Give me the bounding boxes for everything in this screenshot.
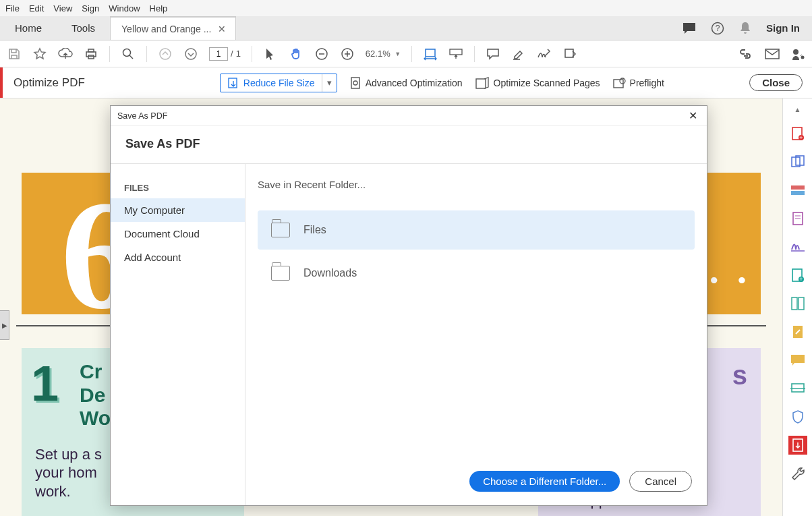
scanned-label: Optimize Scanned Pages — [494, 78, 600, 88]
preflight-button[interactable]: Preflight — [612, 77, 664, 89]
comment-tool-icon[interactable] — [486, 47, 500, 61]
hand-icon[interactable] — [289, 47, 303, 61]
panel-scroll-up-icon[interactable]: ▲ — [792, 104, 803, 115]
highlight-icon[interactable] — [511, 47, 526, 61]
reduce-icon — [227, 77, 239, 89]
svg-rect-2 — [86, 52, 96, 57]
folder-downloads[interactable]: Downloads — [258, 254, 695, 293]
scanned-icon — [475, 76, 490, 90]
next-page-icon[interactable] — [183, 47, 198, 61]
comment-panel-icon[interactable] — [788, 351, 807, 370]
menu-bar: File Edit View Sign Window Help — [0, 0, 812, 16]
more-tools-icon[interactable] — [788, 464, 807, 483]
tab-document[interactable]: Yellow and Orange ... ✕ — [110, 16, 236, 40]
left-panel-handle[interactable]: ▶ — [0, 310, 9, 340]
scan-icon[interactable] — [788, 379, 807, 398]
export-pdf-icon[interactable] — [788, 209, 807, 228]
folder-files[interactable]: Files — [258, 210, 695, 250]
svg-point-8 — [185, 49, 196, 59]
create-pdf-icon[interactable]: + — [788, 124, 807, 143]
folder-icon — [271, 223, 290, 237]
optimize-pdf-icon[interactable] — [788, 436, 807, 455]
page-total: 1 — [236, 49, 241, 59]
menu-sign[interactable]: Sign — [82, 3, 99, 13]
svg-point-23 — [353, 81, 357, 85]
comment-icon[interactable] — [683, 22, 696, 34]
edit-pdf-icon[interactable] — [788, 181, 807, 200]
compare-icon[interactable] — [788, 294, 807, 313]
cancel-button[interactable]: Cancel — [629, 471, 692, 492]
pointer-icon[interactable] — [263, 47, 278, 61]
bell-icon[interactable] — [739, 22, 751, 35]
organize-pages-icon[interactable]: + — [788, 266, 807, 285]
dialog-main: Save in Recent Folder... Files Downloads… — [245, 164, 707, 505]
page-input[interactable] — [209, 47, 228, 61]
tab-close-icon[interactable]: ✕ — [215, 24, 229, 34]
redact-icon[interactable] — [788, 322, 807, 341]
context-close-button[interactable]: Close — [749, 74, 803, 91]
dialog-close-icon[interactable]: ✕ — [686, 109, 700, 122]
menu-window[interactable]: Window — [109, 3, 140, 13]
sidebar-my-computer[interactable]: My Computer — [111, 198, 245, 222]
reduce-label: Reduce File Size — [243, 78, 315, 88]
star-icon[interactable] — [32, 47, 47, 61]
dialog-header: Save As PDF — [111, 126, 707, 163]
zoom-out-icon[interactable] — [314, 47, 329, 61]
svg-line-20 — [801, 55, 802, 56]
svg-point-19 — [801, 55, 805, 59]
mail-icon[interactable] — [765, 47, 780, 61]
menu-file[interactable]: File — [5, 3, 20, 13]
svg-text:+: + — [799, 276, 803, 283]
zoom-in-icon[interactable] — [340, 47, 355, 61]
protect-icon[interactable] — [788, 407, 807, 426]
fit-page-icon[interactable] — [448, 47, 463, 61]
help-icon[interactable]: ? — [711, 22, 724, 35]
link-icon[interactable] — [739, 47, 754, 61]
menu-edit[interactable]: Edit — [29, 3, 44, 13]
save-icon[interactable] — [7, 47, 22, 61]
sign-in-button[interactable]: Sign In — [766, 22, 800, 34]
preflight-label: Preflight — [630, 78, 664, 88]
fit-width-icon[interactable] — [423, 47, 438, 61]
reduce-file-size-button[interactable]: Reduce File Size ▾ — [220, 74, 337, 92]
menu-help[interactable]: Help — [150, 3, 168, 13]
svg-rect-17 — [765, 49, 779, 59]
find-icon[interactable] — [121, 47, 136, 61]
svg-rect-22 — [351, 78, 359, 88]
dialog-files-heading: FILES — [111, 177, 245, 198]
sidebar-add-account[interactable]: Add Account — [111, 246, 245, 269]
stamp-icon[interactable] — [562, 47, 577, 61]
folder-files-label: Files — [303, 224, 326, 236]
svg-line-6 — [129, 55, 133, 59]
share-icon[interactable] — [790, 47, 805, 61]
print-icon[interactable] — [84, 47, 98, 61]
svg-point-7 — [160, 49, 171, 59]
svg-rect-45 — [792, 384, 804, 392]
sign-tool-icon[interactable] — [537, 47, 552, 61]
svg-rect-44 — [791, 355, 805, 363]
svg-text:+: + — [799, 134, 803, 141]
svg-rect-32 — [791, 185, 805, 190]
combine-files-icon[interactable] — [788, 152, 807, 171]
doc-card1-num: 1 — [31, 355, 59, 412]
svg-point-5 — [123, 49, 131, 56]
svg-rect-3 — [88, 49, 94, 52]
cloud-upload-icon[interactable] — [58, 47, 73, 61]
tab-tools[interactable]: Tools — [57, 16, 110, 40]
tab-document-label: Yellow and Orange ... — [121, 24, 211, 34]
right-tools-panel: ▲ + + — [782, 98, 812, 516]
reduce-dropdown-icon[interactable]: ▾ — [322, 74, 337, 92]
fill-sign-icon[interactable] — [788, 237, 807, 256]
svg-rect-14 — [426, 49, 435, 57]
svg-rect-41 — [792, 297, 797, 310]
optimize-scanned-button[interactable]: Optimize Scanned Pages — [475, 76, 600, 90]
zoom-level[interactable]: 62.1% ▼ — [366, 49, 401, 59]
page-indicator: / 1 — [209, 47, 241, 61]
sidebar-document-cloud[interactable]: Document Cloud — [111, 222, 245, 246]
advanced-optimization-button[interactable]: Advanced Optimization — [349, 76, 463, 90]
prev-page-icon[interactable] — [158, 47, 173, 61]
menu-view[interactable]: View — [53, 3, 72, 13]
tab-home[interactable]: Home — [0, 16, 57, 40]
advanced-label: Advanced Optimization — [366, 78, 463, 88]
choose-folder-button[interactable]: Choose a Different Folder... — [469, 471, 620, 492]
